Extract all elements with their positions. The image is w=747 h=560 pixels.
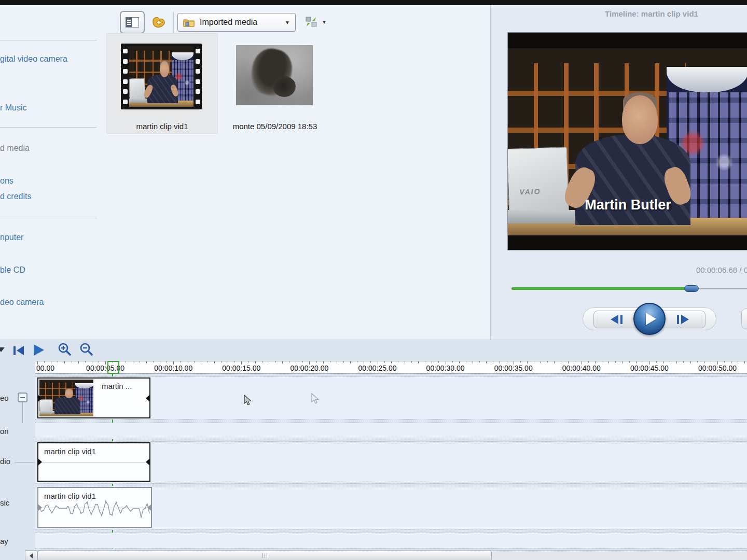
timeline-ruler[interactable]: 00.0000:00:05.0000:00:10.0000:00:15.0000…: [35, 361, 747, 374]
ruler-tick: [269, 361, 269, 363]
track-label-overlay: ay: [0, 537, 8, 545]
ruler-tick: [160, 361, 160, 363]
views-icon[interactable]: [305, 16, 317, 27]
video-track-collapse-button[interactable]: [18, 393, 27, 402]
sidebar-item[interactable]: nputer: [0, 233, 23, 242]
ruler-tick: [636, 361, 637, 363]
step-back-bar-icon: [620, 315, 622, 324]
media-item-caption[interactable]: martin clip vid1: [106, 122, 218, 131]
timeline-menu-arrow-icon[interactable]: [0, 347, 5, 352]
split-clip-button-partial[interactable]: [741, 309, 747, 329]
ruler-tick: [554, 361, 555, 363]
ruler-label: 00:00:20.00: [290, 364, 328, 372]
transition-track-slot[interactable]: [35, 423, 747, 439]
media-item-caption[interactable]: monte 05/09/2009 18:53: [222, 122, 328, 131]
ruler-tick: [738, 361, 738, 362]
timeline-video-clip[interactable]: martin ...: [37, 377, 150, 418]
ruler-tick: [411, 361, 412, 362]
media-item-video-thumbnail[interactable]: [121, 44, 202, 109]
filmstrip-sprockets-left: [121, 44, 129, 109]
timeline-scrollbar[interactable]: [25, 550, 747, 560]
clip-thumbnail: [39, 380, 93, 416]
trim-handle-left[interactable]: [38, 458, 42, 466]
track-label-video: eo: [0, 394, 9, 402]
sidebar-item[interactable]: ble CD: [0, 265, 25, 275]
sidebar-item[interactable]: d credits: [0, 192, 31, 201]
ruler-tick: [479, 361, 480, 362]
ruler-tick: [221, 361, 222, 362]
trim-handle-left[interactable]: [38, 395, 42, 402]
ruler-tick: [337, 361, 337, 363]
zoom-in-button[interactable]: [57, 342, 73, 358]
ruler-tick: [133, 361, 133, 363]
trim-handle-right[interactable]: [146, 395, 150, 402]
trim-handle-left[interactable]: [38, 504, 42, 511]
views-dropdown-arrow-icon[interactable]: ▼: [322, 19, 327, 25]
timeline-audio-clip[interactable]: martin clip vid1: [37, 442, 150, 482]
ruler-tick: [663, 361, 663, 363]
ruler-label: 00:00:15.00: [222, 364, 260, 372]
play-icon: [646, 313, 656, 325]
play-button[interactable]: [633, 303, 666, 335]
collection-dropdown[interactable]: Imported media ▼: [177, 13, 296, 32]
zoom-out-button[interactable]: [79, 342, 94, 358]
movie-maker-window: Imported media ▼ ▼ gital video camerar M…: [0, 0, 747, 560]
media-item-photo-thumbnail[interactable]: [236, 45, 313, 105]
pane-toggle-button[interactable]: [120, 11, 145, 34]
ruler-tick: [316, 361, 317, 362]
minus-icon: [20, 397, 25, 398]
timeline-play-button[interactable]: [32, 343, 46, 357]
ruler-tick: [656, 361, 657, 362]
rewind-to-start-button[interactable]: [11, 344, 26, 357]
timeline-music-clip[interactable]: martin clip vid1: [37, 487, 152, 528]
ruler-tick: [534, 361, 534, 362]
ruler-tick: [622, 361, 622, 363]
ruler-tick: [350, 361, 351, 363]
ruler-tick: [248, 361, 248, 362]
ruler-tick: [595, 361, 596, 363]
sidebar-item[interactable]: gital video camera: [0, 54, 67, 64]
next-frame-button[interactable]: [660, 311, 706, 328]
trim-handle-right[interactable]: [147, 504, 151, 511]
ruler-tick: [85, 361, 86, 362]
ruler-tick: [140, 361, 140, 362]
sidebar-item[interactable]: ons: [0, 176, 13, 186]
window-top-strip: [0, 0, 747, 5]
import-media-icon[interactable]: [151, 14, 168, 31]
seek-bar-thumb[interactable]: [684, 285, 699, 292]
playhead-marker[interactable]: [107, 361, 119, 374]
ruler-tick: [486, 361, 487, 363]
photo-dog-head-shape: [273, 76, 296, 96]
ruler-tick: [500, 361, 500, 363]
sidebar-item[interactable]: r Music: [0, 103, 27, 113]
title-overlay-track-slot[interactable]: [35, 533, 747, 549]
ruler-tick: [180, 361, 181, 362]
ruler-tick: [473, 361, 473, 363]
upper-area: Imported media ▼ ▼ gital video camerar M…: [0, 5, 747, 340]
trim-handle-right[interactable]: [146, 458, 150, 466]
scroll-left-button[interactable]: [25, 551, 37, 560]
ruler-tick: [44, 361, 45, 362]
ruler-tick: [262, 361, 262, 362]
ruler-tick: [493, 361, 493, 362]
letterbox-top: [508, 33, 747, 48]
ruler-tick: [187, 361, 187, 363]
ruler-tick: [146, 361, 147, 363]
ruler-tick: [602, 361, 602, 362]
previous-frame-button[interactable]: [593, 311, 639, 328]
ruler-tick: [459, 361, 460, 363]
ruler-tick: [629, 361, 630, 362]
ruler-tick: [384, 361, 385, 362]
sidebar-separator: [0, 218, 96, 218]
ruler-tick: [711, 361, 711, 362]
sidebar-item[interactable]: deo camera: [0, 298, 44, 307]
ruler-tick: [282, 361, 283, 363]
ruler-tick: [527, 361, 528, 363]
scrollbar-thumb[interactable]: [37, 551, 492, 560]
ruler-tick: [683, 361, 684, 362]
sidebar-item[interactable]: d media: [0, 144, 30, 153]
track-label-transition: on: [0, 427, 9, 436]
ruler-tick: [126, 361, 126, 362]
ruler-tick: [364, 361, 364, 363]
ruler-tick: [507, 361, 507, 362]
